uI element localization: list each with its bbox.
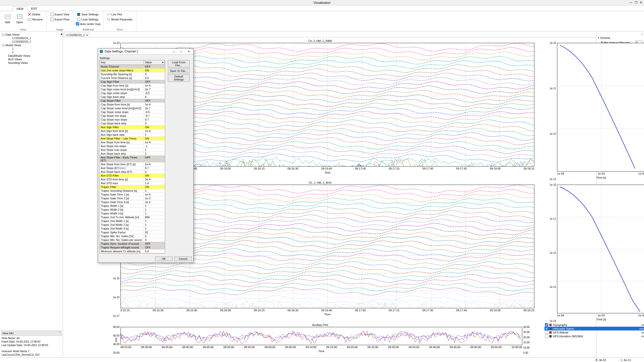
dialog-maximize-icon[interactable]: □: [178, 50, 185, 53]
settings-row[interactable]: Trapez Sounding Distance [s]1: [100, 189, 165, 193]
settings-row[interactable]: Ave Slope (ET) (+/-)0.7: [100, 166, 165, 170]
settings-row[interactable]: Cap Sign FilterOFF: [100, 80, 165, 84]
y-ticks: 1e-101e-111e-121e-131e-14: [547, 185, 557, 321]
save-to-file-button[interactable]: Save To File...: [168, 69, 190, 73]
close-icon[interactable]: ✕: [639, 1, 643, 5]
settings-row[interactable]: Ave Slope from time [s]1e-4: [100, 141, 165, 144]
load-from-file-button[interactable]: Load From File...: [168, 60, 190, 68]
ok-button[interactable]: OK: [155, 257, 173, 261]
rename-button[interactable]: Rename: [27, 17, 44, 22]
doc-tab[interactable]: LC20200220_1 ✕: [64, 33, 90, 37]
settings-row[interactable]: Trapez Width 2 [s]1: [100, 208, 165, 212]
tree-item[interactable]: 1: [1, 47, 62, 50]
tab-edit[interactable]: EDIT: [27, 6, 41, 11]
aux-legend-item[interactable]: Helicopter Speedm/s: [544, 327, 644, 330]
settings-row[interactable]: Trapez Width 1 [s]1: [100, 204, 165, 208]
settings-row[interactable]: Use 2nd order slope filtersON: [100, 69, 165, 72]
settings-row[interactable]: Trapez FilterON: [100, 185, 165, 189]
settings-row[interactable]: Ave Slope max slope1: [100, 148, 165, 152]
tree-data-views[interactable]: −Data Views: [1, 33, 62, 36]
settings-row[interactable]: Noise ChannelOFF: [100, 65, 165, 69]
settings-row[interactable]: Cap Slope min slope-0.7: [100, 114, 165, 118]
maximize-icon[interactable]: ❐: [634, 1, 638, 5]
aux-legend-item[interactable]: GPS Elevation (WGS84)m: [544, 334, 644, 338]
export-view-button[interactable]: Export View: [49, 12, 71, 17]
settings-row[interactable]: Sounding Bin Spacing [s]3: [100, 72, 165, 76]
settings-row[interactable]: Current Time Distance [s]0.5: [100, 76, 165, 80]
settings-row[interactable]: Trapez Min. No. Gates per sound.4: [100, 238, 165, 242]
settings-row[interactable]: Trapez Width 3 [s]1: [100, 212, 165, 215]
settings-row[interactable]: Trapez Gate Time 2 [s]1e-3: [100, 197, 165, 200]
settings-row[interactable]: Ave Slope min slope-1: [100, 144, 165, 148]
settings-row[interactable]: Cap Slope noise level [ms][v/m2]2e-7: [100, 106, 165, 110]
settings-row[interactable]: Cap Slope noise slope-0.5: [100, 110, 165, 114]
tree-view[interactable]: −Data Views LC20200219_1 LC20200220_1 −M…: [0, 32, 63, 330]
tree-data-model-views[interactable]: Data/Model Views: [1, 54, 62, 58]
dialog-minimize-icon[interactable]: —: [171, 50, 177, 53]
dialog-titlebar[interactable]: Data Settings, Channel 2 — □ ✕: [98, 49, 193, 54]
settings-row[interactable]: Trapez Min. No. Gates [%]5: [100, 234, 165, 238]
dialog-close-icon[interactable]: ✕: [185, 50, 192, 53]
settings-row[interactable]: Ave Sign FilterON: [100, 125, 165, 129]
cancel-button[interactable]: Cancel: [174, 257, 192, 261]
aux-legend-item[interactable]: GPS Altitudem: [544, 330, 644, 334]
settings-row[interactable]: Minimum allowed Tx altitude [m]5.0: [100, 249, 165, 253]
tree-item[interactable]: 2: [1, 50, 62, 54]
settings-row[interactable]: Ave Slope back step1: [100, 152, 165, 156]
default-settings-button[interactable]: Default Settings: [168, 74, 190, 82]
tree-item[interactable]: LC20200220_1: [1, 40, 62, 43]
tab-close-icon[interactable]: ✕: [86, 34, 88, 37]
settings-row[interactable]: Ave STD from time [s]2e-4: [100, 178, 165, 181]
line-plot-button[interactable]: Line Plot: [106, 12, 134, 17]
collapse-right-icon[interactable]: ->: [597, 33, 643, 36]
minimize-icon[interactable]: —: [629, 1, 633, 5]
settings-row[interactable]: Trapez Spike Factor20: [100, 231, 165, 234]
export-plots-button[interactable]: Export Plots: [49, 17, 71, 22]
collapse-left-icon[interactable]: ◄: [60, 33, 63, 36]
tree-aux-views[interactable]: AUX Views: [1, 58, 62, 61]
save-settings-button[interactable]: Save Settings: [76, 12, 101, 17]
settings-row[interactable]: Trapez 2nd Width 2 [s]1: [100, 223, 165, 227]
settings-row[interactable]: Ave STD FilterON: [100, 174, 165, 178]
settings-row[interactable]: Ave Sign from time [s]1e-4: [100, 129, 165, 133]
auto-center-checkbox[interactable]: Auto center map: [76, 22, 101, 25]
chart-decay-upper[interactable]: dB/dt [V/m^2] 1e-101e-111e-121e-13 1e-04…: [544, 39, 644, 179]
settings-row[interactable]: Trapez Require left/right sound.OFF: [100, 246, 165, 249]
tree-sounding-views[interactable]: Sounding Views: [1, 61, 62, 65]
open-button[interactable]: Open: [15, 12, 25, 25]
aux-legend-item[interactable]: Topographym: [544, 323, 644, 327]
delete-button[interactable]: Delete: [27, 12, 44, 17]
settings-row[interactable]: Ave Slope Filter - Early Times (ET)OFF: [100, 156, 165, 162]
tree-item[interactable]: LC20200219_1: [1, 36, 62, 40]
settings-row[interactable]: Ave Slope Filter - Late TimesON: [100, 137, 165, 141]
settings-row[interactable]: Trapez Gate Time 1 [s]1e-4: [100, 193, 165, 197]
tree-model-views[interactable]: −Model Views: [1, 43, 62, 47]
settings-row[interactable]: Cap Sign noise slope-0.5: [100, 91, 165, 95]
settings-row[interactable]: Cap Slope back step3: [100, 122, 165, 125]
chevron-down-icon[interactable]: ˅: [59, 332, 60, 335]
settings-row[interactable]: Ave Slope from time (ET) [s]1e-4: [100, 162, 165, 166]
settings-table: Key Value ▾ Noise ChannelOFFUse 2nd orde…: [100, 60, 165, 254]
model-parameter-button[interactable]: Model Parameter: [106, 17, 134, 22]
tab-view[interactable]: VIEW: [13, 6, 27, 11]
settings-row[interactable]: Trapez 2nd Width 1 [s]1: [100, 219, 165, 223]
settings-row[interactable]: Trapez 2nd Width 3 [s]1: [100, 227, 165, 231]
settings-row[interactable]: Cap Slope FilterOFF: [100, 99, 165, 103]
settings-key-header: Key: [100, 60, 144, 65]
chart-decay-lower[interactable]: dB/dt [V/m^2] 1e-101e-111e-121e-131e-14 …: [544, 181, 644, 321]
settings-row[interactable]: Cap Slope from time [s]1e-4: [100, 103, 165, 106]
add-button[interactable]: Add: [3, 12, 13, 25]
settings-row[interactable]: Ave STD max1.4: [100, 181, 165, 185]
settings-row[interactable]: Cap Sign noise level [ms][v/m2]2e-7: [100, 88, 165, 91]
settings-row[interactable]: Cap Sign back step4: [100, 95, 165, 99]
settings-row[interactable]: Cap Sign from time [s]1e-4: [100, 84, 165, 88]
load-settings-button[interactable]: Load Settings: [76, 17, 101, 22]
settings-row[interactable]: Trapez Sync. location of sound.OFF: [100, 242, 165, 246]
settings-row[interactable]: Ave Sign back step1: [100, 133, 165, 137]
chart-auxiliary[interactable]: Auxiliary Plot [m] 80.0060.0040.0020.00 …: [106, 323, 534, 353]
settings-row[interactable]: Ave Slope back step (ET)0: [100, 170, 165, 174]
settings-row[interactable]: Trapez Gate Time 3 [s]1e-2: [100, 200, 165, 204]
settings-row[interactable]: Trapez 2nd Tx min. Altitude [m]999: [100, 215, 165, 219]
settings-row[interactable]: Cap Slope max slope0.7: [100, 118, 165, 122]
view-info-header[interactable]: View Info ˅: [1, 331, 62, 336]
